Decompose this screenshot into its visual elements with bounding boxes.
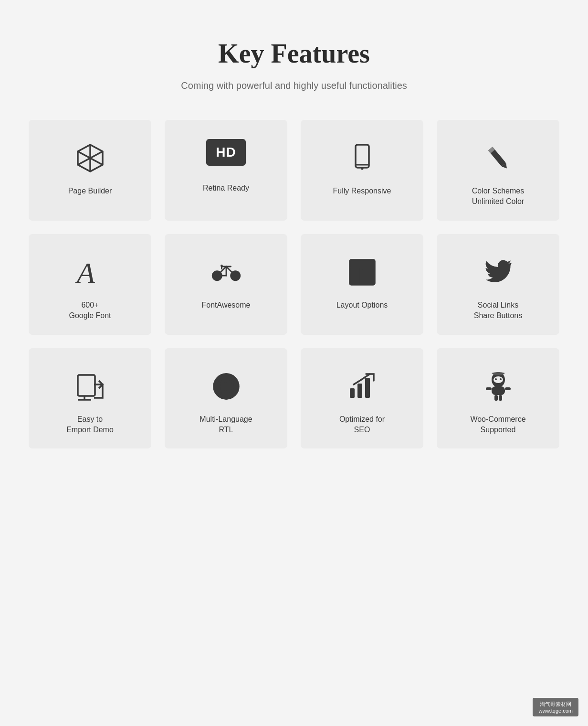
feature-label-layout-options: Layout Options [336, 300, 388, 310]
feature-label-color-schemes: Color Schemes Unlimited Color [472, 186, 524, 207]
feature-card-seo: Optimized for SEO [301, 348, 423, 449]
page-wrapper: Key Features Coming with powerful and hi… [0, 0, 588, 500]
svg-rect-24 [362, 269, 373, 275]
feature-card-fully-responsive: Fully Responsive [301, 120, 423, 221]
feature-label-google-font: 600+ Google Font [69, 300, 111, 321]
feature-card-layout-options: Layout Options [301, 234, 423, 335]
features-grid: Page Builder HD Retina Ready Fully Respo… [29, 120, 559, 448]
svg-point-35 [494, 376, 503, 383]
feature-card-multilanguage: Multi-Language RTL [165, 348, 287, 449]
svg-rect-40 [505, 387, 511, 390]
header-section: Key Features Coming with powerful and hi… [29, 38, 559, 91]
svg-rect-38 [492, 386, 505, 395]
svg-text:A: A [75, 257, 95, 288]
feature-label-page-builder: Page Builder [68, 186, 112, 196]
import-icon [71, 367, 109, 406]
feature-card-retina-ready: HD Retina Ready [165, 120, 287, 221]
svg-rect-23 [352, 269, 358, 283]
watermark: 淘气哥素材网 www.tqge.com [533, 698, 578, 716]
feature-label-fully-responsive: Fully Responsive [333, 186, 391, 196]
feature-card-google-font: A 600+ Google Font [29, 234, 151, 335]
feature-label-woocommerce: Woo-Commerce Supported [470, 414, 525, 436]
svg-rect-33 [365, 378, 370, 398]
svg-point-37 [500, 378, 502, 380]
bicycle-icon [207, 253, 245, 291]
feature-card-easy-import: Easy to Emport Demo [29, 348, 151, 449]
feature-card-color-schemes: Color Schemes Unlimited Color [437, 120, 559, 221]
watermark-line2: www.tqge.com [538, 708, 573, 714]
ninja-icon [479, 367, 517, 406]
feature-card-social-links: Social Links Share Buttons [437, 234, 559, 335]
hd-badge: HD [206, 139, 245, 166]
watermark-line1: 淘气哥素材网 [538, 701, 573, 708]
svg-rect-39 [486, 387, 492, 390]
feature-label-retina-ready: Retina Ready [203, 183, 249, 193]
chart-icon [343, 367, 381, 406]
twitter-icon [479, 253, 517, 291]
feature-card-page-builder: Page Builder [29, 120, 151, 221]
font-icon: A [71, 253, 109, 291]
svg-rect-32 [357, 384, 362, 398]
watermark-badge: 淘气哥素材网 www.tqge.com [533, 698, 578, 716]
page-subtitle: Coming with powerful and highly useful f… [29, 80, 559, 91]
feature-card-woocommerce: Woo-Commerce Supported [437, 348, 559, 449]
feature-label-easy-import: Easy to Emport Demo [66, 414, 114, 436]
feature-label-multilanguage: Multi-Language RTL [200, 414, 252, 436]
cube-icon [71, 139, 109, 177]
mobile-icon [343, 139, 381, 177]
svg-rect-41 [494, 395, 498, 401]
feature-card-fontawesome: FontAwesome [165, 234, 287, 335]
feature-label-seo: Optimized for SEO [339, 414, 385, 436]
feature-label-fontawesome: FontAwesome [202, 300, 251, 310]
svg-point-6 [361, 168, 363, 170]
globe-icon [207, 367, 245, 406]
layout-icon [343, 253, 381, 291]
page-title: Key Features [29, 38, 559, 69]
pencil-icon [479, 139, 517, 177]
svg-point-36 [495, 378, 497, 380]
svg-point-19 [220, 265, 223, 267]
svg-rect-42 [499, 395, 502, 401]
svg-rect-25 [78, 375, 95, 396]
svg-rect-31 [350, 388, 355, 398]
feature-label-social-links: Social Links Share Buttons [474, 300, 522, 321]
hd-icon: HD [206, 139, 245, 174]
